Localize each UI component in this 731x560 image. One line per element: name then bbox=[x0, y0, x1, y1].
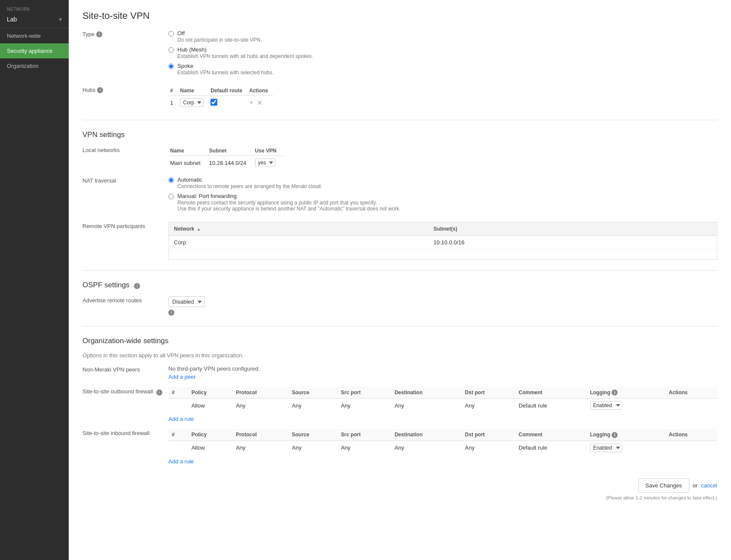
org-settings-section: Organization-wide settings Options in th… bbox=[82, 337, 717, 465]
outbound-fw-destination: Any bbox=[391, 399, 462, 413]
add-peer-link[interactable]: Add a peer bbox=[168, 374, 717, 380]
type-spoke-label: Spoke bbox=[177, 63, 274, 69]
nat-automatic-radio[interactable] bbox=[168, 177, 174, 183]
hubs-row-name: Corp Lab HQ bbox=[178, 96, 209, 110]
remote-vpn-label: Remote VPN participants bbox=[82, 222, 168, 229]
hubs-row-actions: + ✕ bbox=[247, 96, 273, 110]
outbound-fw-content: # Policy Protocol Source Src port Destin… bbox=[168, 387, 717, 423]
outbound-fw-row: Site-to-site outbound firewall i # Polic… bbox=[82, 387, 717, 423]
sidebar: NETWORK Lab ▾ Network-wide Security appl… bbox=[0, 0, 69, 560]
outbound-fw-dst-port: Any bbox=[462, 399, 515, 413]
type-hub-radio[interactable] bbox=[168, 47, 174, 53]
hubs-col-name: Name bbox=[178, 86, 209, 96]
remove-hub-icon[interactable]: ✕ bbox=[257, 99, 262, 107]
type-option-off: Off Do not participate in site-to-site V… bbox=[168, 30, 717, 43]
inbound-fw-col-num: # bbox=[168, 429, 188, 441]
network-name: Lab bbox=[7, 16, 17, 23]
outbound-fw-table: # Policy Protocol Source Src port Destin… bbox=[168, 387, 717, 413]
sidebar-item-organization[interactable]: Organization bbox=[0, 58, 69, 73]
ospf-advertise-label: Advertise remote routes bbox=[82, 296, 168, 304]
inbound-fw-protocol: Any bbox=[232, 441, 288, 455]
inbound-fw-col-comment: Comment bbox=[515, 429, 586, 441]
non-meraki-content: No third-party VPN peers configured. Add… bbox=[168, 365, 717, 380]
vpn-settings-heading: VPN settings bbox=[82, 131, 717, 139]
outbound-fw-col-src-port: Src port bbox=[338, 387, 391, 399]
type-option-spoke: Spoke Establish VPN tunnels with selecte… bbox=[168, 63, 717, 76]
inbound-fw-col-dst-port: Dst port bbox=[462, 429, 515, 441]
outbound-fw-logging: Enabled Disabled bbox=[587, 399, 665, 413]
save-button[interactable]: Save Changes bbox=[638, 478, 689, 493]
inbound-fw-policy: Allow bbox=[188, 441, 232, 455]
type-options: Off Do not participate in site-to-site V… bbox=[168, 30, 717, 79]
sidebar-item-network-wide[interactable]: Network-wide bbox=[0, 28, 69, 43]
advertise-remote-routes-select[interactable]: Disabled Enabled bbox=[168, 296, 205, 307]
type-spoke-radio[interactable] bbox=[168, 64, 174, 69]
ospf-settings-section: OSPF settings i Advertise remote routes … bbox=[82, 281, 717, 316]
nat-option-manual: Manual: Port forwarding Remote peers con… bbox=[168, 193, 717, 212]
outbound-fw-col-dst-port: Dst port bbox=[462, 387, 515, 399]
add-inbound-rule-link[interactable]: Add a rule bbox=[168, 458, 194, 465]
inbound-fw-destination: Any bbox=[391, 441, 462, 455]
org-settings-desc: Options in this section apply to all VPN… bbox=[82, 352, 717, 359]
use-vpn-select[interactable]: yes no bbox=[255, 158, 275, 167]
outbound-fw-col-destination: Destination bbox=[391, 387, 462, 399]
cancel-link[interactable]: cancel bbox=[701, 482, 717, 489]
ospf-info-icon[interactable]: i bbox=[134, 283, 140, 289]
hubs-col-default-route: Default route bbox=[209, 86, 247, 96]
hubs-info-icon[interactable]: i bbox=[97, 87, 103, 93]
remote-vpn-network: Corp bbox=[169, 236, 429, 250]
nat-traversal-label: NAT traversal bbox=[82, 177, 168, 184]
outbound-fw-info-icon[interactable]: i bbox=[156, 390, 162, 396]
nat-manual-radio[interactable] bbox=[168, 194, 174, 199]
remote-vpn-table: Network ▲ Subnet(s) Corp 10.10.0.0/16 bbox=[168, 222, 717, 260]
local-networks-content: Name Subnet Use VPN Main subnet 10.28.14… bbox=[168, 146, 717, 170]
network-selector[interactable]: Lab ▾ bbox=[0, 13, 69, 28]
nat-traversal-content: Automatic Connections to remote peers ar… bbox=[168, 177, 717, 215]
hubs-content: # Name Default route Actions 1 Corp bbox=[168, 86, 717, 110]
remote-vpn-empty-row bbox=[169, 250, 717, 260]
main-content: Site-to-site VPN Type i Off Do not parti… bbox=[69, 0, 731, 560]
outbound-fw-num bbox=[168, 399, 188, 413]
inbound-fw-col-actions: Actions bbox=[665, 429, 717, 441]
or-text: or bbox=[693, 482, 698, 489]
remote-vpn-content: Network ▲ Subnet(s) Corp 10.10.0.0/16 bbox=[168, 222, 717, 260]
inbound-fw-logging: Enabled Disabled bbox=[587, 441, 665, 455]
outbound-logging-info-icon[interactable]: i bbox=[612, 390, 618, 396]
outbound-fw-col-policy: Policy bbox=[188, 387, 232, 399]
hubs-label: Hubs i bbox=[82, 86, 168, 93]
nat-manual-label: Manual: Port forwarding bbox=[177, 193, 401, 199]
type-spoke-desc: Establish VPN tunnels with selected hubs… bbox=[177, 70, 274, 76]
inbound-fw-row-1: Allow Any Any Any Any Any Default rule E… bbox=[168, 441, 717, 455]
inbound-fw-content: # Policy Protocol Source Src port Destin… bbox=[168, 429, 717, 465]
inbound-fw-col-logging: Logging i bbox=[587, 429, 665, 441]
local-net-col-use-vpn: Use VPN bbox=[253, 146, 283, 156]
hub-name-select[interactable]: Corp Lab HQ bbox=[180, 98, 204, 107]
save-footer: Save Changes or cancel (Please allow 1-2… bbox=[82, 478, 717, 500]
type-off-label: Off bbox=[177, 30, 262, 37]
inbound-fw-label: Site-to-site inbound firewall bbox=[82, 429, 168, 436]
nat-automatic-desc: Connections to remote peers are arranged… bbox=[177, 183, 322, 189]
remote-vpn-col-network: Network ▲ bbox=[169, 222, 429, 236]
add-hub-icon[interactable]: + bbox=[249, 99, 253, 107]
nat-manual-desc: Remote peers contact the security applia… bbox=[177, 200, 401, 212]
type-info-icon[interactable]: i bbox=[96, 31, 102, 37]
nat-automatic-label: Automatic bbox=[177, 177, 322, 183]
hubs-table: # Name Default route Actions 1 Corp bbox=[168, 86, 273, 110]
ospf-advertise-info-icon[interactable]: i bbox=[168, 310, 174, 316]
outbound-fw-col-actions: Actions bbox=[665, 387, 717, 399]
outbound-logging-select[interactable]: Enabled Disabled bbox=[590, 401, 622, 410]
no-peers-text: No third-party VPN peers configured. bbox=[168, 365, 717, 372]
inbound-fw-source: Any bbox=[288, 441, 337, 455]
default-route-checkbox[interactable] bbox=[210, 99, 217, 106]
inbound-fw-col-src-port: Src port bbox=[338, 429, 391, 441]
outbound-fw-actions bbox=[665, 399, 717, 413]
local-net-col-name: Name bbox=[168, 146, 207, 156]
inbound-logging-info-icon[interactable]: i bbox=[612, 432, 618, 438]
type-label: Type i bbox=[82, 30, 168, 37]
inbound-logging-select[interactable]: Enabled Disabled bbox=[590, 444, 622, 452]
org-settings-heading: Organization-wide settings bbox=[82, 337, 717, 345]
type-off-radio[interactable] bbox=[168, 31, 174, 37]
network-label: NETWORK bbox=[0, 0, 69, 13]
add-outbound-rule-link[interactable]: Add a rule bbox=[168, 416, 194, 422]
sidebar-item-security-appliance[interactable]: Security appliance bbox=[0, 43, 69, 58]
